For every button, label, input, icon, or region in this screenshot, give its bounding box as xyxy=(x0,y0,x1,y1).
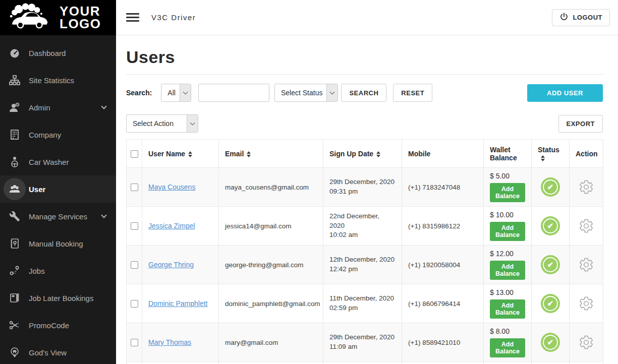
add-balance-button[interactable]: Add Balance xyxy=(490,222,525,241)
car-wash-logo-icon xyxy=(6,2,57,33)
table-row: Jessica Zimpel jessica14@gmail.com 22nd … xyxy=(127,207,603,246)
row-checkbox[interactable] xyxy=(131,222,138,230)
action-select[interactable]: Select Action xyxy=(126,114,198,133)
sort-icon xyxy=(376,151,380,157)
search-label: Search: xyxy=(126,89,152,97)
user-name-link[interactable]: Jessica Zimpel xyxy=(148,222,195,230)
column-header-email[interactable]: Email xyxy=(219,140,323,168)
sidebar-item-gods-view[interactable]: God's View xyxy=(0,339,116,364)
sidebar-item-dashboard[interactable]: Dashboard xyxy=(0,39,116,67)
sidebar-item-label: Company xyxy=(29,131,61,139)
status-active-icon[interactable]: ✔ xyxy=(541,216,560,235)
topbar: V3C Driver LOGOUT xyxy=(116,0,618,35)
user-mobile: (+1) 1920058004 xyxy=(402,246,484,284)
search-category-select[interactable]: All xyxy=(161,84,191,102)
chevron-down-icon xyxy=(326,84,338,101)
company-icon xyxy=(4,124,26,146)
row-checkbox[interactable] xyxy=(131,261,138,269)
row-actions-gear-icon[interactable] xyxy=(576,296,597,311)
sidebar-item-label: Manage Services xyxy=(29,212,87,221)
column-header-action: Action xyxy=(570,140,603,168)
reset-button[interactable]: RESET xyxy=(393,84,432,102)
sidebar-item-admin[interactable]: Admin xyxy=(0,94,116,121)
sidebar-item-label: Job Later Bookings xyxy=(29,294,93,302)
sidebar-item-company[interactable]: Company xyxy=(0,121,116,148)
chevron-down-icon xyxy=(180,84,191,101)
title-divider xyxy=(126,74,603,75)
logo[interactable]: YOUR LOGO xyxy=(0,0,116,35)
sidebar-item-job-later-bookings[interactable]: Job Later Bookings xyxy=(0,284,116,312)
sign-up-date: 29th December, 202011:09 am xyxy=(323,323,402,362)
sidebar-item-car-washer[interactable]: Car Washer xyxy=(0,148,116,175)
user-email: dominic_pamphlett@gmail.com xyxy=(219,284,323,323)
dashboard-icon xyxy=(4,42,26,64)
wallet-balance: $ 12.00 xyxy=(490,250,525,258)
manual-booking-icon xyxy=(4,232,26,255)
user-name-link[interactable]: Maya Cousens xyxy=(148,183,195,191)
chevron-down-icon xyxy=(101,212,106,218)
status-active-icon[interactable]: ✔ xyxy=(541,255,560,274)
sort-icon xyxy=(188,151,192,157)
sidebar-item-label: Admin xyxy=(29,103,50,112)
user-name-link[interactable]: George Thring xyxy=(148,261,194,269)
add-balance-button[interactable]: Add Balance xyxy=(490,261,525,280)
promocode-scissors-icon xyxy=(4,314,26,336)
sidebar-item-label: God's View xyxy=(29,348,67,357)
status-active-icon[interactable]: ✔ xyxy=(541,294,560,313)
user-name-link[interactable]: Dominic Pamphlett xyxy=(148,299,208,308)
column-header-user-name[interactable]: User Name xyxy=(142,140,219,168)
sidebar-item-promocode[interactable]: PromoCode xyxy=(0,312,116,339)
logo-text: YOUR LOGO xyxy=(60,5,101,30)
user-mobile: (+1) 8315986122 xyxy=(402,207,484,246)
action-select-value: Select Action xyxy=(133,119,174,128)
user-email: george-thring@gmail.com xyxy=(219,246,323,284)
brand-title: V3C Driver xyxy=(151,13,196,22)
row-checkbox[interactable] xyxy=(131,184,138,191)
search-input[interactable] xyxy=(198,84,269,102)
add-user-button[interactable]: ADD USER xyxy=(527,84,603,102)
add-balance-button[interactable]: Add Balance xyxy=(490,183,525,202)
logout-button[interactable]: LOGOUT xyxy=(552,9,610,26)
user-email: mary@gmail.com xyxy=(219,323,323,362)
status-select[interactable]: Select Status xyxy=(274,84,339,102)
sidebar-item-manage-services[interactable]: Manage Services xyxy=(0,203,116,230)
column-header-wallet-balance: Wallet Balance xyxy=(484,140,532,168)
status-active-icon[interactable]: ✔ xyxy=(541,177,560,197)
row-actions-gear-icon[interactable] xyxy=(576,257,597,272)
logout-label: LOGOUT xyxy=(573,14,602,21)
chevron-down-icon xyxy=(187,115,198,132)
row-actions-gear-icon[interactable] xyxy=(576,179,597,195)
sidebar-item-manual-booking[interactable]: Manual Booking xyxy=(0,230,116,257)
select-all-checkbox[interactable] xyxy=(131,150,138,158)
table-row: George Thring george-thring@gmail.com 12… xyxy=(127,246,603,284)
user-email: stellawakefield@gmail.com xyxy=(219,362,323,364)
row-actions-gear-icon[interactable] xyxy=(576,218,597,233)
sort-icon xyxy=(541,155,545,161)
sign-up-date: 22nd December, 202010:02 am xyxy=(323,207,402,246)
sign-up-date: 24th November, 202012:12 pm xyxy=(323,362,402,364)
status-select-value: Select Status xyxy=(281,89,323,97)
table-row: Dominic Pamphlett dominic_pamphlett@gmai… xyxy=(127,284,603,323)
sign-up-date: 29th December, 202009:31 pm xyxy=(323,168,402,207)
add-balance-button[interactable]: Add Balance xyxy=(490,299,525,319)
row-actions-gear-icon[interactable] xyxy=(576,335,597,350)
user-mobile: (+1) 8589421010 xyxy=(402,323,484,362)
table-row: Mary Thomas mary@gmail.com 29th December… xyxy=(127,323,603,362)
status-active-icon[interactable]: ✔ xyxy=(541,333,560,352)
row-checkbox[interactable] xyxy=(131,300,138,308)
sidebar-item-label: User xyxy=(29,185,45,194)
menu-toggle-icon[interactable] xyxy=(126,13,139,22)
user-name-link[interactable]: Mary Thomas xyxy=(148,338,191,346)
column-header-sign-up-date[interactable]: Sign Up Date xyxy=(323,140,402,168)
sidebar-item-jobs[interactable]: Jobs xyxy=(0,257,116,284)
sidebar-item-site-statistics[interactable]: Site Statistics xyxy=(0,67,116,94)
add-balance-button[interactable]: Add Balance xyxy=(490,338,525,357)
search-button[interactable]: SEARCH xyxy=(341,84,386,102)
sidebar-item-user[interactable]: User xyxy=(0,175,116,203)
row-checkbox[interactable] xyxy=(131,339,138,346)
page-title: Users xyxy=(126,47,603,67)
export-button[interactable]: EXPORT xyxy=(558,115,603,133)
column-header-status[interactable]: Status xyxy=(532,140,570,168)
gods-view-icon xyxy=(4,341,26,363)
table-header-row: User Name Email Sign Up Date Mobile Wall… xyxy=(127,140,603,168)
